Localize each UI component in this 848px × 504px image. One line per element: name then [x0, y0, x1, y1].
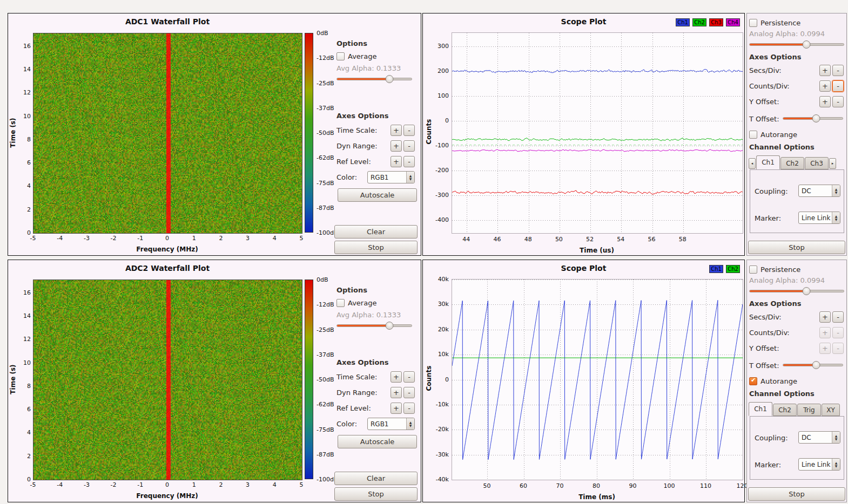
slider-knob[interactable] [386, 322, 394, 330]
adc2-clear-button[interactable]: Clear [334, 472, 418, 485]
x-tick-label: -2 [111, 235, 117, 242]
scope1-persistence-checkbox[interactable]: Persistence [749, 18, 800, 28]
stepper-arrows-icon[interactable]: ▲▼ [406, 418, 414, 430]
scope2-analog-alpha-slider[interactable] [749, 287, 844, 295]
counts-div-plus-button[interactable]: + [819, 80, 831, 92]
scope2-stop-button[interactable]: Stop [748, 487, 845, 501]
slider-knob[interactable] [802, 40, 810, 49]
adc2-average-checkbox[interactable]: Average [336, 298, 376, 308]
stepper-arrows-icon[interactable]: ▲▼ [832, 432, 840, 443]
slider-knob[interactable] [812, 361, 820, 369]
checkbox-checked-icon [749, 377, 757, 385]
x-tick-label: 3 [246, 235, 250, 242]
adc2-avg-alpha-slider[interactable] [336, 322, 412, 330]
ref-level-plus-button[interactable]: + [391, 403, 402, 414]
marker-dropdown[interactable]: Line Link ▲▼ [798, 458, 840, 471]
y-offset-label: Y Offset: [749, 98, 779, 106]
dyn-range-minus-button[interactable]: - [403, 387, 415, 398]
counts-div-minus-button[interactable]: - [832, 80, 844, 92]
time-scale-minus-button[interactable]: - [403, 125, 415, 136]
tab-ch2[interactable]: Ch2 [780, 157, 804, 169]
marker-label: Marker: [755, 214, 781, 222]
x-tick-label: 1 [192, 481, 196, 488]
dyn-range-plus-button[interactable]: + [391, 387, 402, 398]
tab-trig[interactable]: Trig [797, 404, 821, 416]
secs-div-minus-button[interactable]: - [832, 65, 844, 76]
ref-level-plus-button[interactable]: + [391, 156, 402, 167]
slider-knob[interactable] [386, 75, 394, 83]
scope2-autorange-checkbox[interactable]: Autorange [749, 376, 797, 386]
adc2-waterfall-display[interactable] [33, 280, 302, 480]
stepper-arrows-icon[interactable]: ▲▼ [406, 172, 414, 183]
scope1-t-offset-slider[interactable] [783, 114, 843, 122]
tab-xy[interactable]: XY [822, 404, 840, 416]
dyn-range-minus-button[interactable]: - [403, 140, 415, 152]
x-tick-label: 0 [165, 235, 169, 242]
scope1-stop-button[interactable]: Stop [748, 241, 845, 254]
color-dropdown[interactable]: RGB1 ▲▼ [367, 171, 415, 183]
slider-knob[interactable] [802, 287, 810, 295]
marker-label: Marker: [755, 461, 781, 469]
y-tick-label: 4 [27, 429, 31, 436]
time-scale-minus-button[interactable]: - [403, 371, 415, 383]
scope2-display[interactable] [452, 280, 743, 480]
y-offset-plus-button[interactable]: + [819, 343, 831, 354]
scope2-persistence-checkbox[interactable]: Persistence [749, 264, 800, 274]
secs-div-plus-button[interactable]: + [819, 311, 831, 323]
ref-level-minus-button[interactable]: - [403, 403, 415, 414]
tabs-scroll-left-button[interactable]: ◂ [749, 158, 756, 169]
tabs-scroll-right-button[interactable]: ▸ [829, 158, 836, 169]
coupling-dropdown[interactable]: DC ▲▼ [798, 185, 840, 197]
dyn-range-row: Dyn Range: + - [336, 140, 415, 152]
y-offset-minus-button[interactable]: - [832, 96, 844, 107]
x-tick-label: 4 [273, 235, 277, 242]
counts-div-plus-button[interactable]: + [819, 327, 831, 338]
adc2-x-axis-label: Frequency (MHz) [33, 492, 301, 500]
y-tick-label: 10 [23, 112, 31, 119]
adc1-autoscale-button[interactable]: Autoscale [338, 188, 417, 202]
marker-dropdown[interactable]: Line Link ▲▼ [798, 212, 840, 224]
time-scale-plus-button[interactable]: + [391, 125, 402, 136]
color-dropdown[interactable]: RGB1 ▲▼ [367, 418, 415, 430]
slider-knob[interactable] [812, 114, 820, 122]
adc1-stop-button[interactable]: Stop [334, 241, 418, 254]
colorbar-label: -12dB [317, 55, 334, 62]
x-tick-label: -3 [84, 481, 90, 488]
time-scale-plus-button[interactable]: + [391, 371, 402, 383]
checkbox-icon [336, 299, 345, 307]
stepper-arrows-icon[interactable]: ▲▼ [832, 185, 840, 196]
adc1-waterfall-display[interactable] [33, 33, 302, 234]
adc2-stop-button[interactable]: Stop [334, 487, 418, 501]
adc1-avg-alpha-slider[interactable] [336, 75, 412, 83]
secs-div-minus-button[interactable]: - [832, 311, 844, 323]
y-tick-label: 12 [23, 89, 31, 96]
scope1-autorange-checkbox[interactable]: Autorange [749, 130, 797, 139]
ref-level-minus-button[interactable]: - [403, 156, 415, 167]
y-offset-minus-button[interactable]: - [832, 343, 844, 354]
coupling-value: DC [799, 434, 832, 441]
y-offset-plus-button[interactable]: + [819, 96, 831, 107]
scope2-t-offset-slider[interactable] [783, 361, 843, 369]
stepper-arrows-icon[interactable]: ▲▼ [832, 459, 840, 470]
tab-ch1[interactable]: Ch1 [756, 155, 780, 169]
colorbar-label: -87dB [317, 451, 334, 458]
tab-ch2[interactable]: Ch2 [773, 404, 797, 416]
adc2-autoscale-button[interactable]: Autoscale [338, 435, 417, 448]
autorange-label: Autorange [760, 131, 797, 139]
counts-div-minus-button[interactable]: - [832, 327, 844, 338]
scope1-plot-area [452, 32, 743, 234]
scope1-display[interactable] [452, 33, 743, 233]
tab-ch3[interactable]: Ch3 [805, 157, 829, 169]
adc1-average-checkbox[interactable]: Average [336, 51, 376, 61]
adc1-controls: Options Average Avg Alpha: 0.1333 Axes O… [334, 33, 418, 256]
secs-div-plus-button[interactable]: + [819, 65, 831, 76]
scope1-analog-alpha-slider[interactable] [749, 40, 844, 49]
stepper-arrows-icon[interactable]: ▲▼ [832, 212, 840, 223]
axes-options-heading: Axes Options [336, 112, 388, 120]
secs-div-row: Secs/Div: + - [749, 65, 844, 76]
adc1-clear-button[interactable]: Clear [334, 225, 418, 239]
coupling-dropdown[interactable]: DC ▲▼ [798, 431, 840, 444]
scope1-legend: Ch1 Ch2 Ch3 Ch4 [676, 18, 740, 26]
tab-ch1[interactable]: Ch1 [749, 402, 772, 416]
dyn-range-plus-button[interactable]: + [391, 140, 402, 152]
